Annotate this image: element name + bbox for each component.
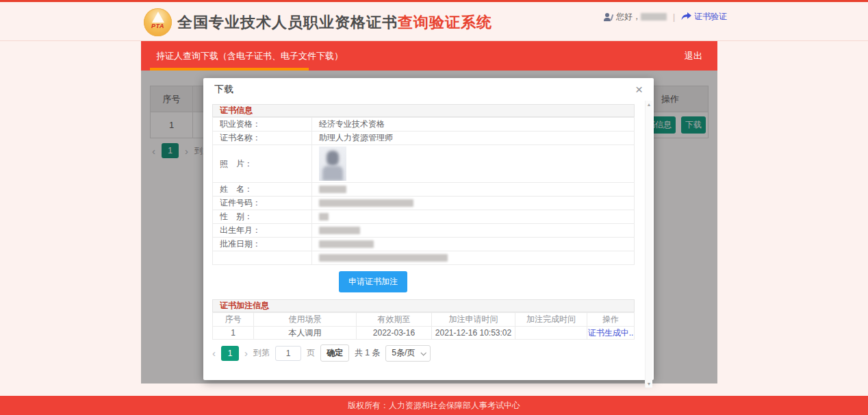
greeting-text: 您好， <box>616 11 641 23</box>
redacted-approve-value <box>319 240 374 248</box>
occupation-value: 经济专业技术资格 <box>312 118 635 131</box>
row-photo: 照 片： <box>213 145 635 183</box>
redacted-name-value <box>319 186 346 193</box>
cert-name-label: 证书名称： <box>213 131 312 145</box>
annotation-header-row: 序号 使用场景 有效期至 加注申请时间 加注完成时间 操作 <box>213 313 635 327</box>
redacted-birth-value <box>319 227 360 234</box>
footer: 版权所有：人力资源和社会保障部人事考试中心 <box>0 396 868 415</box>
id-value <box>312 197 635 210</box>
chevron-down-icon <box>421 350 426 355</box>
confirm-page-button[interactable]: 确定 <box>320 344 349 362</box>
redacted-user-name <box>641 13 667 21</box>
scroll-up-icon[interactable]: ▲ <box>647 102 652 107</box>
scroll-down-icon[interactable]: ▼ <box>647 381 652 386</box>
approve-value <box>312 238 635 251</box>
approve-label: 批准日期： <box>213 238 312 251</box>
total-count-label: 共 1 条 <box>355 347 380 359</box>
anno-index: 1 <box>213 327 254 340</box>
anno-col-complete-time: 加注完成时间 <box>515 313 587 327</box>
birth-value <box>312 224 635 238</box>
modal-current-page-button[interactable]: 1 <box>221 346 239 361</box>
annotation-data-row: 1 本人调用 2022-03-16 2021-12-16 10:53:02 证书… <box>213 327 635 340</box>
anno-apply-time: 2021-12-16 10:53:02 <box>432 327 515 340</box>
logo-text: PTA <box>151 23 164 29</box>
photo-label: 照 片： <box>213 145 312 183</box>
anno-col-index: 序号 <box>213 313 254 327</box>
redacted-gender-value <box>319 213 329 221</box>
user-icon <box>603 12 613 22</box>
copyright-text: 版权所有：人力资源和社会保障部人事考试中心 <box>348 400 520 412</box>
cert-name-value: 助理人力资源管理师 <box>312 131 635 145</box>
extra-label <box>213 251 312 265</box>
row-occupation: 职业资格： 经济专业技术资格 <box>213 118 635 131</box>
anno-col-apply-time: 加注申请时间 <box>432 313 515 327</box>
header: PTA 全国专业技术人员职业资格证书查询验证系统 您好， | 证书验证 <box>0 2 868 41</box>
occupation-label: 职业资格： <box>213 118 312 131</box>
modal-goto-suffix: 页 <box>307 347 315 359</box>
row-name: 姓 名： <box>213 183 635 197</box>
page-title: 全国专业技术人员职业资格证书查询验证系统 <box>177 12 492 33</box>
page-size-value: 5条/页 <box>392 347 415 359</box>
row-birth: 出生年月： <box>213 224 635 238</box>
name-label: 姓 名： <box>213 183 312 197</box>
page-size-select[interactable]: 5条/页 <box>385 345 431 362</box>
modal-title: 下载 <box>214 84 233 96</box>
gender-label: 性 别： <box>213 210 312 224</box>
apply-annotation-button[interactable]: 申请证书加注 <box>339 271 407 292</box>
row-id-number: 证件号码： <box>213 197 635 210</box>
modal-next-page-button[interactable]: › <box>244 348 248 358</box>
photo-cell <box>312 145 635 183</box>
cert-generating-link[interactable]: 证书生成中.. <box>588 328 634 338</box>
row-gender: 性 别： <box>213 210 635 224</box>
birth-label: 出生年月： <box>213 224 312 238</box>
share-arrow-icon <box>681 12 691 21</box>
modal-pagination: ‹ 1 › 到第 页 确定 共 1 条 5条/页 <box>212 344 635 362</box>
page-title-accent: 查询验证系统 <box>398 14 492 31</box>
redacted-extra-value <box>319 254 448 262</box>
certificate-photo <box>319 147 346 181</box>
extra-value <box>312 251 635 265</box>
modal-goto-prefix: 到第 <box>253 347 270 359</box>
modal-body: ▲ ▼ 证书信息 职业资格： 经济专业技术资格 证书名称： 助理人力资源管理师 … <box>203 101 654 362</box>
anno-col-valid: 有效期至 <box>357 313 432 327</box>
logout-button[interactable]: 退出 <box>685 41 702 71</box>
logo-fan-shape <box>152 12 164 23</box>
tab-holder-query-download[interactable]: 持证人查询下载（含电子证书、电子文件下载） <box>156 41 343 71</box>
modal-scrollbar[interactable]: ▲ ▼ <box>645 101 652 388</box>
nav-bar: 持证人查询下载（含电子证书、电子文件下载） 退出 <box>141 41 717 71</box>
row-extra <box>213 251 635 265</box>
brand: PTA 全国专业技术人员职业资格证书查询验证系统 <box>144 8 492 36</box>
annotation-section-title: 证书加注信息 <box>212 299 635 312</box>
goto-page-input[interactable] <box>275 346 301 361</box>
gender-value <box>312 210 635 224</box>
anno-complete-time <box>515 327 587 340</box>
download-modal: 下载 × ▲ ▼ 证书信息 职业资格： 经济专业技术资格 证书名称： 助理人力资… <box>203 78 654 380</box>
row-cert-name: 证书名称： 助理人力资源管理师 <box>213 131 635 145</box>
row-approve-date: 批准日期： <box>213 238 635 251</box>
page-title-main: 全国专业技术人员职业资格证书 <box>177 14 398 31</box>
divider: | <box>673 12 675 22</box>
close-icon[interactable]: × <box>635 83 643 96</box>
modal-header: 下载 × <box>203 78 654 101</box>
page: PTA 全国专业技术人员职业资格证书查询验证系统 您好， | 证书验证 持证人查… <box>0 0 868 415</box>
cert-info-table: 职业资格： 经济专业技术资格 证书名称： 助理人力资源管理师 照 片： 姓 名： <box>212 117 635 265</box>
user-greeting-group: 您好， | 证书验证 <box>603 11 727 23</box>
annotation-table: 序号 使用场景 有效期至 加注申请时间 加注完成时间 操作 1 本人调用 202… <box>212 312 635 340</box>
anno-col-scene: 使用场景 <box>254 313 357 327</box>
anno-valid-until: 2022-03-16 <box>357 327 432 340</box>
modal-prev-page-button[interactable]: ‹ <box>212 348 216 358</box>
redacted-id-value <box>319 199 413 207</box>
cert-info-section-title: 证书信息 <box>212 104 635 117</box>
verify-link-label: 证书验证 <box>694 11 727 23</box>
name-value <box>312 183 635 197</box>
anno-col-action: 操作 <box>587 313 635 327</box>
anno-scene: 本人调用 <box>254 327 357 340</box>
pta-logo-icon: PTA <box>144 8 172 36</box>
certificate-verify-link[interactable]: 证书验证 <box>681 11 727 23</box>
id-label: 证件号码： <box>213 197 312 210</box>
